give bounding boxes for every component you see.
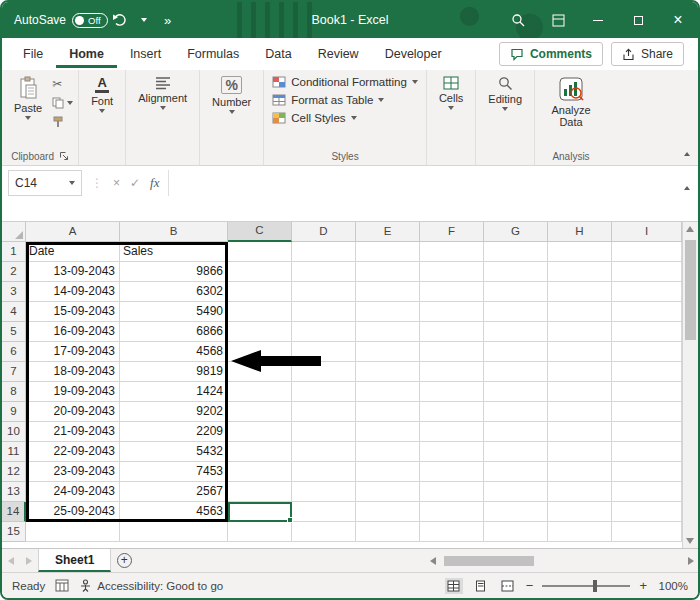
cell-H11[interactable] <box>548 442 612 462</box>
tab-formulas[interactable]: Formulas <box>174 40 252 68</box>
cell-F8[interactable] <box>420 382 484 402</box>
cell-B6[interactable]: 4568 <box>120 342 228 362</box>
cell-G5[interactable] <box>484 322 548 342</box>
horizontal-scroll-thumb[interactable] <box>444 556 534 566</box>
cell-A14[interactable]: 25-09-2043 <box>26 502 120 522</box>
row-header-4[interactable]: 4 <box>2 302 26 322</box>
conditional-formatting-button[interactable]: Conditional Formatting <box>269 73 421 91</box>
cell-B8[interactable]: 1424 <box>120 382 228 402</box>
cell-I13[interactable] <box>612 482 682 502</box>
cells-menu-button[interactable]: Cells <box>432 73 470 113</box>
cell-A3[interactable]: 14-09-2043 <box>26 282 120 302</box>
row-header-8[interactable]: 8 <box>2 382 26 402</box>
cell-D13[interactable] <box>292 482 356 502</box>
cell-F10[interactable] <box>420 422 484 442</box>
cut-button[interactable]: ✂ <box>52 77 73 91</box>
cell-C10[interactable] <box>228 422 292 442</box>
row-header-3[interactable]: 3 <box>2 282 26 302</box>
cell-G10[interactable] <box>484 422 548 442</box>
cell-G12[interactable] <box>484 462 548 482</box>
cell-E3[interactable] <box>356 282 420 302</box>
cell-B15[interactable] <box>120 522 228 542</box>
format-painter-button[interactable] <box>52 115 73 129</box>
page-break-view-button[interactable] <box>499 578 517 594</box>
cell-C12[interactable] <box>228 462 292 482</box>
new-sheet-button[interactable]: + <box>111 549 137 572</box>
row-header-11[interactable]: 11 <box>2 442 26 462</box>
cell-H6[interactable] <box>548 342 612 362</box>
column-header-G[interactable]: G <box>484 222 548 242</box>
cell-D11[interactable] <box>292 442 356 462</box>
cell-A11[interactable]: 22-09-2043 <box>26 442 120 462</box>
row-header-2[interactable]: 2 <box>2 262 26 282</box>
cell-F12[interactable] <box>420 462 484 482</box>
cell-C4[interactable] <box>228 302 292 322</box>
cell-F2[interactable] <box>420 262 484 282</box>
cell-D6[interactable] <box>292 342 356 362</box>
cell-E1[interactable] <box>356 242 420 262</box>
cell-B4[interactable]: 5490 <box>120 302 228 322</box>
cell-D5[interactable] <box>292 322 356 342</box>
cell-D9[interactable] <box>292 402 356 422</box>
cell-C1[interactable] <box>228 242 292 262</box>
row-header-6[interactable]: 6 <box>2 342 26 362</box>
scroll-left-icon[interactable] <box>430 557 436 565</box>
cell-I5[interactable] <box>612 322 682 342</box>
tab-developer[interactable]: Developer <box>372 40 455 68</box>
cell-E5[interactable] <box>356 322 420 342</box>
cell-F5[interactable] <box>420 322 484 342</box>
cell-C6[interactable] <box>228 342 292 362</box>
cell-D14[interactable] <box>292 502 356 522</box>
cell-D2[interactable] <box>292 262 356 282</box>
cell-A12[interactable]: 23-09-2043 <box>26 462 120 482</box>
column-header-H[interactable]: H <box>548 222 612 242</box>
cell-G6[interactable] <box>484 342 548 362</box>
cell-I3[interactable] <box>612 282 682 302</box>
sheet-tab-sheet1[interactable]: Sheet1 <box>38 549 111 572</box>
cell-D8[interactable] <box>292 382 356 402</box>
zoom-out-button[interactable]: − <box>526 578 534 593</box>
cell-B11[interactable]: 5432 <box>120 442 228 462</box>
cell-B12[interactable]: 7453 <box>120 462 228 482</box>
column-header-F[interactable]: F <box>420 222 484 242</box>
sheet-nav-left-button[interactable] <box>2 549 20 572</box>
cell-E4[interactable] <box>356 302 420 322</box>
horizontal-scroll-track[interactable] <box>440 555 684 567</box>
fill-handle[interactable] <box>287 517 293 523</box>
tab-home[interactable]: Home <box>56 40 117 68</box>
vertical-scrollbar[interactable] <box>682 222 698 548</box>
undo-dropdown[interactable] <box>132 6 156 34</box>
formula-input[interactable] <box>169 166 698 221</box>
zoom-slider-thumb[interactable] <box>593 580 597 592</box>
page-layout-view-button[interactable] <box>472 578 490 594</box>
cell-D3[interactable] <box>292 282 356 302</box>
cell-C15[interactable] <box>228 522 292 542</box>
cell-I4[interactable] <box>612 302 682 322</box>
cell-E9[interactable] <box>356 402 420 422</box>
cell-H5[interactable] <box>548 322 612 342</box>
cell-C2[interactable] <box>228 262 292 282</box>
cell-I2[interactable] <box>612 262 682 282</box>
search-button[interactable] <box>498 2 538 38</box>
collapse-ribbon-button[interactable] <box>684 142 690 160</box>
cell-H7[interactable] <box>548 362 612 382</box>
cell-E13[interactable] <box>356 482 420 502</box>
cell-H1[interactable] <box>548 242 612 262</box>
tab-file[interactable]: File <box>10 40 56 68</box>
cell-A9[interactable]: 20-09-2043 <box>26 402 120 422</box>
cell-C11[interactable] <box>228 442 292 462</box>
cell-C7[interactable] <box>228 362 292 382</box>
cell-I12[interactable] <box>612 462 682 482</box>
format-as-table-button[interactable]: Format as Table <box>269 91 387 109</box>
cell-F14[interactable] <box>420 502 484 522</box>
horizontal-scrollbar[interactable] <box>426 549 698 572</box>
cell-C13[interactable] <box>228 482 292 502</box>
cell-B5[interactable]: 6866 <box>120 322 228 342</box>
sheet-nav-right-button[interactable] <box>20 549 38 572</box>
cell-D7[interactable] <box>292 362 356 382</box>
cell-F6[interactable] <box>420 342 484 362</box>
cell-A4[interactable]: 15-09-2043 <box>26 302 120 322</box>
zoom-level[interactable]: 100% <box>656 580 688 592</box>
insert-function-button[interactable]: fx <box>150 175 159 191</box>
cell-C9[interactable] <box>228 402 292 422</box>
